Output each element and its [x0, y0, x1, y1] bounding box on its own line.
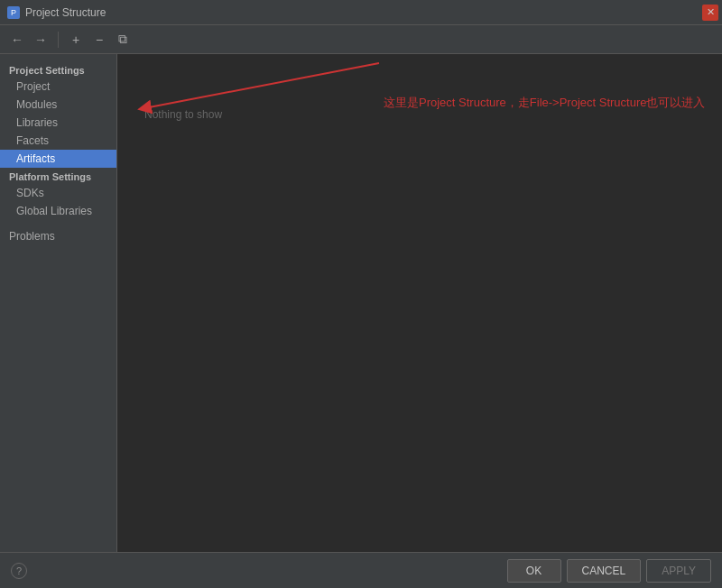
svg-line-1 — [144, 63, 379, 108]
bottom-buttons: OK CANCEL APPLY — [507, 559, 712, 583]
sidebar-item-libraries[interactable]: Libraries — [0, 114, 116, 132]
help-icon[interactable]: ? — [11, 563, 27, 579]
add-button[interactable]: + — [66, 30, 86, 50]
window-title: Project Structure — [25, 6, 106, 19]
bottom-bar: ? OK CANCEL APPLY — [0, 552, 722, 588]
sidebar-item-artifacts[interactable]: Artifacts — [0, 150, 116, 168]
project-settings-label: Project Settings — [0, 61, 116, 78]
annotation-text: 这里是Project Structure，走File->Project Stru… — [384, 95, 706, 111]
ok-button[interactable]: OK — [507, 559, 561, 583]
copy-button[interactable]: ⧉ — [113, 30, 133, 50]
title-bar: P Project Structure ✕ — [0, 0, 722, 25]
nothing-to-show-label: Nothing to show — [144, 108, 222, 121]
toolbar-separator — [58, 32, 59, 48]
window-controls: ✕ — [702, 5, 718, 21]
main-layout: Project Settings Project Modules Librari… — [0, 54, 722, 552]
window-icon: P — [7, 6, 20, 19]
forward-button[interactable]: → — [31, 30, 51, 50]
sidebar-item-project[interactable]: Project — [0, 78, 116, 96]
close-button[interactable]: ✕ — [702, 5, 718, 21]
sidebar-item-global-libraries[interactable]: Global Libraries — [0, 202, 116, 220]
back-button[interactable]: ← — [7, 30, 27, 50]
sidebar-item-facets[interactable]: Facets — [0, 132, 116, 150]
annotation-arrow — [117, 54, 722, 552]
sidebar-item-problems[interactable]: Problems — [0, 227, 116, 245]
sidebar: Project Settings Project Modules Librari… — [0, 54, 117, 552]
sidebar-item-sdks[interactable]: SDKs — [0, 184, 116, 202]
toolbar: ← → + − ⧉ — [0, 25, 722, 54]
platform-settings-label: Platform Settings — [0, 168, 116, 184]
remove-button[interactable]: − — [89, 30, 109, 50]
sidebar-item-modules[interactable]: Modules — [0, 96, 116, 114]
bottom-left: ? — [11, 563, 27, 579]
apply-button[interactable]: APPLY — [646, 559, 711, 583]
content-area: Nothing to show 这里是Project Structure，走Fi… — [117, 54, 722, 552]
cancel-button[interactable]: CANCEL — [567, 559, 642, 583]
